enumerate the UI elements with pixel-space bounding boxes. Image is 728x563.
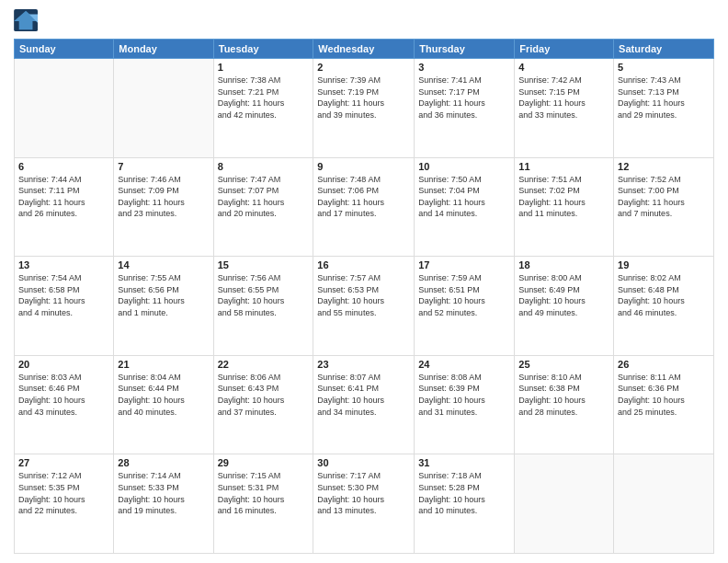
calendar-week-5: 27Sunrise: 7:12 AMSunset: 5:35 PMDayligh…: [15, 454, 714, 554]
cell-info: Sunrise: 8:08 AMSunset: 6:39 PMDaylight:…: [418, 372, 510, 418]
col-header-thursday: Thursday: [415, 40, 515, 59]
day-number: 24: [418, 359, 510, 370]
cell-info: Sunrise: 7:38 AMSunset: 7:21 PMDaylight:…: [218, 75, 310, 121]
calendar-cell: 23Sunrise: 8:07 AMSunset: 6:41 PMDayligh…: [313, 355, 415, 454]
day-number: 14: [118, 259, 209, 270]
cell-info: Sunrise: 7:42 AMSunset: 7:15 PMDaylight:…: [518, 75, 609, 121]
day-number: 6: [18, 161, 109, 172]
day-number: 8: [218, 161, 310, 172]
cell-info: Sunrise: 7:54 AMSunset: 6:58 PMDaylight:…: [18, 272, 109, 318]
cell-info: Sunrise: 7:44 AMSunset: 7:11 PMDaylight:…: [18, 174, 109, 220]
day-number: 28: [118, 457, 209, 468]
col-header-saturday: Saturday: [614, 40, 714, 59]
calendar-cell: 2Sunrise: 7:39 AMSunset: 7:19 PMDaylight…: [313, 59, 415, 158]
col-header-tuesday: Tuesday: [213, 40, 313, 59]
day-number: 26: [618, 359, 710, 370]
calendar-cell: 20Sunrise: 8:03 AMSunset: 6:46 PMDayligh…: [15, 355, 114, 454]
day-number: 20: [18, 359, 109, 370]
calendar-cell: 30Sunrise: 7:17 AMSunset: 5:30 PMDayligh…: [313, 454, 415, 554]
calendar-cell: 15Sunrise: 7:56 AMSunset: 6:55 PMDayligh…: [213, 257, 313, 356]
day-number: 21: [118, 359, 209, 370]
calendar-cell: 13Sunrise: 7:54 AMSunset: 6:58 PMDayligh…: [15, 257, 114, 356]
col-header-monday: Monday: [114, 40, 213, 59]
calendar-cell: [515, 454, 614, 554]
header: [14, 9, 714, 31]
calendar-cell: 27Sunrise: 7:12 AMSunset: 5:35 PMDayligh…: [15, 454, 114, 554]
cell-info: Sunrise: 8:03 AMSunset: 6:46 PMDaylight:…: [18, 372, 109, 418]
calendar-cell: 1Sunrise: 7:38 AMSunset: 7:21 PMDaylight…: [213, 59, 313, 158]
day-number: 15: [218, 259, 310, 270]
calendar-cell: 17Sunrise: 7:59 AMSunset: 6:51 PMDayligh…: [415, 257, 515, 356]
calendar-cell: 9Sunrise: 7:48 AMSunset: 7:06 PMDaylight…: [313, 157, 415, 257]
col-header-wednesday: Wednesday: [313, 40, 415, 59]
cell-info: Sunrise: 7:57 AMSunset: 6:53 PMDaylight:…: [317, 272, 410, 318]
day-number: 16: [317, 259, 410, 270]
cell-info: Sunrise: 7:55 AMSunset: 6:56 PMDaylight:…: [118, 272, 209, 318]
day-number: 18: [518, 259, 609, 270]
calendar-header-row: SundayMondayTuesdayWednesdayThursdayFrid…: [15, 40, 714, 59]
day-number: 12: [618, 161, 710, 172]
cell-info: Sunrise: 7:48 AMSunset: 7:06 PMDaylight:…: [317, 174, 410, 220]
cell-info: Sunrise: 7:43 AMSunset: 7:13 PMDaylight:…: [618, 75, 710, 121]
calendar-cell: 5Sunrise: 7:43 AMSunset: 7:13 PMDaylight…: [614, 59, 714, 158]
calendar-cell: 12Sunrise: 7:52 AMSunset: 7:00 PMDayligh…: [614, 157, 714, 257]
cell-info: Sunrise: 8:11 AMSunset: 6:36 PMDaylight:…: [618, 372, 710, 418]
calendar-week-1: 1Sunrise: 7:38 AMSunset: 7:21 PMDaylight…: [15, 59, 714, 158]
cell-info: Sunrise: 7:50 AMSunset: 7:04 PMDaylight:…: [418, 174, 510, 220]
cell-info: Sunrise: 7:41 AMSunset: 7:17 PMDaylight:…: [418, 75, 510, 121]
day-number: 22: [218, 359, 310, 370]
day-number: 1: [218, 62, 310, 73]
day-number: 19: [618, 259, 710, 270]
cell-info: Sunrise: 7:56 AMSunset: 6:55 PMDaylight:…: [218, 272, 310, 318]
cell-info: Sunrise: 7:18 AMSunset: 5:28 PMDaylight:…: [418, 470, 510, 516]
day-number: 17: [418, 259, 510, 270]
calendar-cell: 6Sunrise: 7:44 AMSunset: 7:11 PMDaylight…: [15, 157, 114, 257]
day-number: 13: [18, 259, 109, 270]
col-header-sunday: Sunday: [15, 40, 114, 59]
cell-info: Sunrise: 8:07 AMSunset: 6:41 PMDaylight:…: [317, 372, 410, 418]
col-header-friday: Friday: [515, 40, 614, 59]
day-number: 5: [618, 62, 710, 73]
logo: [14, 9, 43, 31]
page: SundayMondayTuesdayWednesdayThursdayFrid…: [0, 0, 728, 563]
cell-info: Sunrise: 8:02 AMSunset: 6:48 PMDaylight:…: [618, 272, 710, 318]
logo-icon: [14, 9, 40, 31]
calendar-cell: 3Sunrise: 7:41 AMSunset: 7:17 PMDaylight…: [415, 59, 515, 158]
calendar-cell: 24Sunrise: 8:08 AMSunset: 6:39 PMDayligh…: [415, 355, 515, 454]
cell-info: Sunrise: 7:51 AMSunset: 7:02 PMDaylight:…: [518, 174, 609, 220]
day-number: 9: [317, 161, 410, 172]
calendar-cell: 29Sunrise: 7:15 AMSunset: 5:31 PMDayligh…: [213, 454, 313, 554]
cell-info: Sunrise: 8:00 AMSunset: 6:49 PMDaylight:…: [518, 272, 609, 318]
calendar-cell: 22Sunrise: 8:06 AMSunset: 6:43 PMDayligh…: [213, 355, 313, 454]
day-number: 3: [418, 62, 510, 73]
calendar-cell: [15, 59, 114, 158]
day-number: 4: [518, 62, 609, 73]
day-number: 2: [317, 62, 410, 73]
calendar-cell: 26Sunrise: 8:11 AMSunset: 6:36 PMDayligh…: [614, 355, 714, 454]
cell-info: Sunrise: 7:17 AMSunset: 5:30 PMDaylight:…: [317, 470, 410, 516]
calendar-week-3: 13Sunrise: 7:54 AMSunset: 6:58 PMDayligh…: [15, 257, 714, 356]
day-number: 29: [218, 457, 310, 468]
calendar-cell: 10Sunrise: 7:50 AMSunset: 7:04 PMDayligh…: [415, 157, 515, 257]
calendar-cell: 14Sunrise: 7:55 AMSunset: 6:56 PMDayligh…: [114, 257, 213, 356]
cell-info: Sunrise: 7:39 AMSunset: 7:19 PMDaylight:…: [317, 75, 410, 121]
cell-info: Sunrise: 8:10 AMSunset: 6:38 PMDaylight:…: [518, 372, 609, 418]
day-number: 27: [18, 457, 109, 468]
calendar-cell: 11Sunrise: 7:51 AMSunset: 7:02 PMDayligh…: [515, 157, 614, 257]
cell-info: Sunrise: 7:46 AMSunset: 7:09 PMDaylight:…: [118, 174, 209, 220]
day-number: 25: [518, 359, 609, 370]
calendar-cell: 19Sunrise: 8:02 AMSunset: 6:48 PMDayligh…: [614, 257, 714, 356]
calendar-cell: 18Sunrise: 8:00 AMSunset: 6:49 PMDayligh…: [515, 257, 614, 356]
cell-info: Sunrise: 8:06 AMSunset: 6:43 PMDaylight:…: [218, 372, 310, 418]
day-number: 10: [418, 161, 510, 172]
cell-info: Sunrise: 7:15 AMSunset: 5:31 PMDaylight:…: [218, 470, 310, 516]
calendar-cell: 7Sunrise: 7:46 AMSunset: 7:09 PMDaylight…: [114, 157, 213, 257]
calendar-week-2: 6Sunrise: 7:44 AMSunset: 7:11 PMDaylight…: [15, 157, 714, 257]
day-number: 23: [317, 359, 410, 370]
calendar-cell: 31Sunrise: 7:18 AMSunset: 5:28 PMDayligh…: [415, 454, 515, 554]
calendar-cell: 8Sunrise: 7:47 AMSunset: 7:07 PMDaylight…: [213, 157, 313, 257]
calendar: SundayMondayTuesdayWednesdayThursdayFrid…: [14, 39, 714, 554]
cell-info: Sunrise: 8:04 AMSunset: 6:44 PMDaylight:…: [118, 372, 209, 418]
cell-info: Sunrise: 7:52 AMSunset: 7:00 PMDaylight:…: [618, 174, 710, 220]
calendar-cell: [114, 59, 213, 158]
